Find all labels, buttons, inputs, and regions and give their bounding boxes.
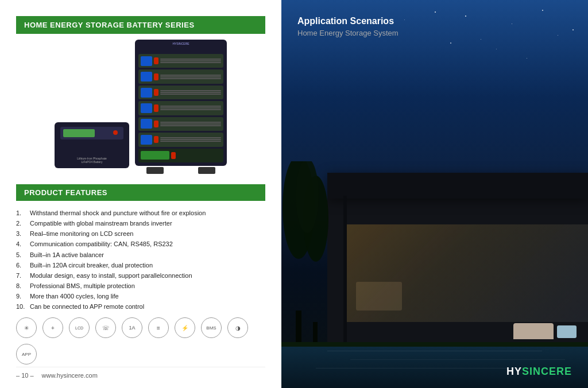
power-button bbox=[113, 130, 118, 135]
lcd-icon: LCD bbox=[69, 317, 90, 338]
website-url: www.hysincere.com bbox=[42, 372, 98, 379]
feature-2: 2.Compatible with global mainstream bran… bbox=[16, 218, 265, 228]
feature-3: 3.Real–time monitoring on LCD screen bbox=[16, 228, 265, 239]
feature-5: 5.Built–in 1A active balancer bbox=[16, 250, 265, 260]
pool bbox=[281, 342, 588, 388]
ground-line bbox=[281, 342, 588, 347]
1a-icon: 1A bbox=[122, 317, 142, 338]
phone-icon: ☏ bbox=[95, 317, 116, 338]
left-panel: HOME ENERGY STORAGE BATTERY SERIES Lithi… bbox=[0, 0, 281, 388]
thermal-icon: ✳ bbox=[16, 317, 37, 338]
circuit-icon: ≡ bbox=[148, 317, 169, 338]
lcd-display bbox=[63, 129, 95, 137]
plus-icon: + bbox=[42, 317, 63, 338]
features-title: PRODUCT FEATURES bbox=[16, 184, 265, 201]
svg-point-2 bbox=[296, 161, 319, 233]
battery-rack: HYSINCERE bbox=[135, 40, 227, 174]
footer-bar: – 10 – www.hysincere.com bbox=[16, 367, 265, 379]
tree-left bbox=[281, 161, 339, 345]
series-title: HOME ENERGY STORAGE BATTERY SERIES bbox=[16, 16, 265, 34]
feature-4: 4.Communication compatibility: CAN, RS48… bbox=[16, 239, 265, 249]
caption-subtitle: Home Energy Storage System bbox=[297, 29, 399, 37]
svg-rect-4 bbox=[313, 322, 318, 345]
feature-6: 6.Built–in 120A circuit breaker, dual pr… bbox=[16, 260, 265, 270]
bms-icon: BMS bbox=[201, 317, 222, 338]
right-panel: Application Scenarios Home Energy Storag… bbox=[281, 0, 588, 388]
features-list: 1.Withstand thermal shock and puncture w… bbox=[16, 208, 265, 312]
brand-sincere: SINCERE bbox=[522, 366, 572, 377]
product-images: Lithium-Iron PhosphateLiFePO4 Battery HY… bbox=[16, 42, 265, 174]
app-icon: APP bbox=[16, 344, 37, 364]
page-number: – 10 – bbox=[16, 372, 34, 379]
modular-icon: ⚡ bbox=[175, 317, 195, 338]
feature-1: 1.Withstand thermal shock and puncture w… bbox=[16, 208, 265, 218]
battery-single-unit: Lithium-Iron PhosphateLiFePO4 Battery bbox=[55, 122, 129, 168]
feature-7: 7.Modular design, easy to install, suppo… bbox=[16, 270, 265, 281]
brand-mark: HYSINCERE bbox=[506, 366, 572, 378]
feature-9: 9.More than 4000 cycles, long life bbox=[16, 291, 265, 301]
house-structure bbox=[327, 173, 588, 345]
cycle-icon: ◑ bbox=[227, 317, 248, 338]
icon-row: ✳ + LCD ☏ 1A ≡ ⚡ BMS ◑ APP bbox=[16, 317, 265, 364]
svg-rect-3 bbox=[296, 311, 301, 345]
caption-title: Application Scenarios bbox=[297, 16, 399, 26]
feature-8: 8.Professional BMS, multiple protection bbox=[16, 281, 265, 291]
brand-hy: HY bbox=[506, 366, 522, 377]
feature-10: 10.Can be connected to APP remote contro… bbox=[16, 301, 265, 312]
caption-overlay: Application Scenarios Home Energy Storag… bbox=[297, 16, 399, 37]
